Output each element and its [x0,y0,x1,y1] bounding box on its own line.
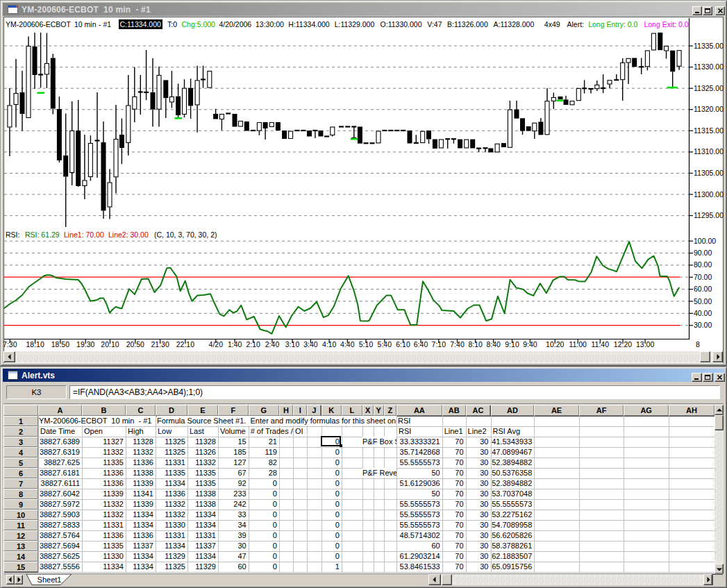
svg-text:Sheet1: Sheet1 [37,576,62,584]
